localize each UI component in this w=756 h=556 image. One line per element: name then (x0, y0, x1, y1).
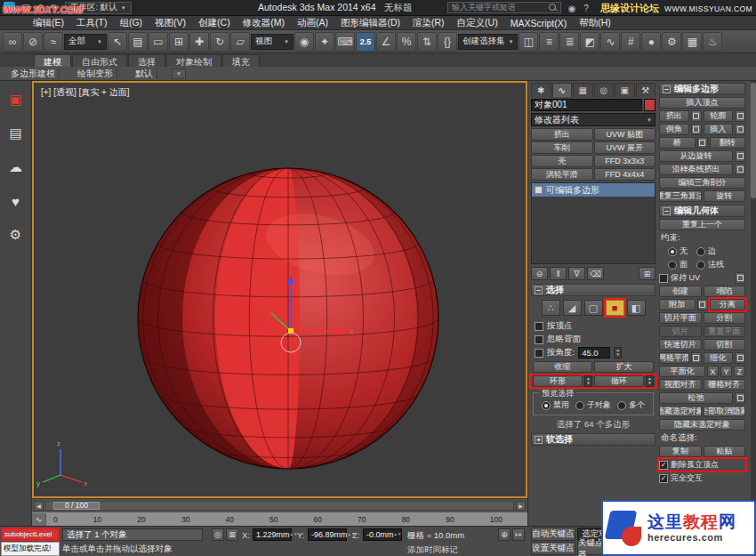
view-align-button[interactable]: 视图对齐 (659, 379, 702, 391)
unlink-selection-icon[interactable]: ⊘ (23, 32, 43, 52)
menu-item[interactable]: 工具(T) (70, 16, 113, 29)
relax-button[interactable]: 松弛 (659, 392, 733, 404)
viewport-label[interactable]: [+] [透视] [真实 + 边面] (41, 86, 129, 99)
angle-snap-icon[interactable]: ∠ (376, 32, 396, 52)
meshsmooth-button[interactable]: 网格平滑 (659, 352, 689, 364)
select-object-icon[interactable]: ↖ (108, 32, 127, 52)
menu-item[interactable]: 编辑(E) (27, 16, 70, 29)
by-angle-field[interactable]: 45.0 (578, 347, 610, 359)
selection-rollout-header[interactable]: − 选择 (531, 284, 655, 296)
display-tab[interactable]: ▣ (615, 83, 635, 97)
rendered-frame-icon[interactable]: ▦ (682, 32, 702, 52)
split-button[interactable]: 分割 (704, 312, 746, 324)
modifier-shortcut-button[interactable]: FFD 3x3x3 (594, 155, 656, 167)
make-unique-icon[interactable]: ∇ (568, 267, 585, 280)
relax-button-settings[interactable] (735, 392, 745, 404)
object-name-field[interactable]: 对象001 (531, 99, 642, 111)
object-color-swatch[interactable] (644, 99, 655, 111)
modifier-list-dropdown[interactable]: 修改器列表 ▼ (531, 113, 655, 126)
hinge-from-edge-button-settings[interactable] (735, 150, 745, 162)
reference-coordinate-dropdown[interactable]: 视图▼ (251, 34, 294, 50)
create-tab[interactable]: ✱ (531, 83, 551, 97)
spinner-snap-icon[interactable]: ⇅ (417, 32, 437, 52)
preview-disable-radio[interactable]: 禁用 (542, 399, 569, 411)
insert-vertex-button[interactable]: 插入顶点 (659, 97, 745, 109)
align-icon[interactable]: ≡ (539, 32, 559, 52)
paste-button[interactable]: 粘贴 (704, 446, 746, 457)
planar-z-button[interactable]: Z (734, 366, 745, 377)
selection-lock-toggle[interactable]: ⊠ (226, 528, 238, 541)
cut-button[interactable]: 切割 (704, 339, 746, 351)
help-icon[interactable]: ? (580, 2, 592, 14)
planar-x-button[interactable]: X (707, 366, 719, 377)
menu-item[interactable]: 渲染(R) (406, 16, 451, 29)
copy-button[interactable]: 复制 (659, 446, 702, 457)
extrude-along-spline-button[interactable]: 沿样条线挤出 (659, 164, 733, 175)
set-key-button[interactable]: 设置关键点 (531, 542, 575, 555)
menu-item[interactable]: 动画(A) (291, 16, 334, 29)
grow-button[interactable]: 扩大 (594, 361, 654, 373)
constraint-none-radio[interactable]: 无 (668, 246, 688, 257)
select-and-rotate-icon[interactable]: ↻ (210, 32, 229, 52)
edit-geometry-rollout-header[interactable]: − 编辑几何体 (659, 205, 745, 217)
modifier-shortcut-button[interactable]: UVW 展开 (594, 141, 656, 154)
border-subobject-icon[interactable]: ▢ (584, 300, 603, 316)
retriangulate-button[interactable]: 重复三角算法 (659, 190, 702, 202)
by-vertex-checkbox[interactable]: 按顶点 (531, 320, 655, 332)
ring-button[interactable]: 环形 (533, 375, 583, 387)
preserve-uv-checkbox[interactable]: 保持 UV (659, 272, 700, 284)
edit-poly-rollout-header[interactable]: − 编辑多边形 (659, 83, 745, 95)
repeat-last-button[interactable]: 重复上一个 (659, 219, 745, 230)
hierarchy-tab[interactable]: ▦ (573, 83, 593, 97)
modifier-shortcut-button[interactable]: 车削 (531, 141, 593, 154)
edit-named-selections-icon[interactable]: {} (438, 32, 457, 52)
menu-item[interactable]: 创建(C) (192, 16, 237, 29)
ribbon-tab[interactable]: 对象绘制 (166, 54, 221, 67)
maxscript-listener-result[interactable]: 模型加载完成! (1, 542, 60, 556)
sphere-object[interactable] (138, 168, 438, 469)
window-crossing-icon[interactable]: ⊞ (169, 32, 189, 52)
selection-filter-dropdown[interactable]: 全部▼ (64, 34, 107, 50)
loop-spinner[interactable] (646, 375, 654, 387)
ribbon-panel[interactable]: 绘制变形 (74, 68, 117, 80)
ribbon-tab[interactable]: 选择 (128, 54, 165, 67)
render-production-icon[interactable]: ♨ (703, 32, 722, 52)
curve-editor-icon[interactable]: ∿ (600, 32, 620, 52)
quickslice-button[interactable]: 快速切片 (659, 339, 702, 351)
keyboard-override-icon[interactable]: ⌨ (335, 32, 355, 52)
select-by-name-icon[interactable]: ▤ (128, 32, 148, 52)
outline-button-settings[interactable] (735, 110, 745, 122)
inset-button[interactable]: 插入 (704, 124, 734, 135)
layer-manager-icon[interactable]: ≣ (559, 32, 579, 52)
by-angle-spinner[interactable] (614, 347, 622, 359)
x-coord-field[interactable]: 1.229mm▲▼ (253, 528, 292, 541)
next-frame-icon[interactable]: ▶ (516, 501, 526, 511)
planar-y-button[interactable]: Y (720, 366, 732, 377)
outline-button[interactable]: 轮廓 (704, 110, 734, 122)
named-selection-sets-dropdown[interactable]: 创建选择集▼ (458, 34, 518, 50)
ribbon-tab[interactable]: 建模 (34, 54, 71, 67)
time-slider-track[interactable]: 0 / 100 (45, 501, 514, 511)
mirror-icon[interactable]: ◫ (519, 32, 538, 52)
extrude-button[interactable]: 挤出 (659, 110, 689, 122)
perspective-viewport[interactable]: [+] [透视] [真实 + 边面] (32, 81, 527, 498)
bridge-button-settings[interactable] (697, 137, 708, 149)
bind-to-space-warp-icon[interactable]: ≈ (44, 32, 63, 52)
modify-tab[interactable]: ∿ (552, 83, 573, 97)
preserve-uv-checkbox-settings[interactable] (735, 272, 745, 284)
attach-button[interactable]: 附加 (659, 299, 696, 310)
auto-key-button[interactable]: 自动关键点 (531, 528, 575, 541)
menu-item[interactable]: MAXScript(X) (504, 16, 574, 29)
remove-modifier-icon[interactable]: ⌫ (587, 267, 604, 280)
track-bar-ruler[interactable]: 0102030405060708090100 (46, 515, 527, 524)
turn-button[interactable]: 旋转 (704, 190, 746, 202)
motion-tab[interactable]: ◎ (594, 83, 615, 97)
search-input[interactable]: 输入关键字或短语 (447, 2, 561, 13)
use-pivot-center-icon[interactable]: ◉ (294, 32, 314, 52)
extrude-along-spline-button-settings[interactable] (735, 164, 745, 175)
vertex-subobject-icon[interactable]: ∴ (542, 300, 560, 316)
inset-button-settings[interactable] (735, 124, 745, 135)
create-button[interactable]: 创建 (659, 286, 702, 297)
loop-button[interactable]: 循环 (594, 375, 644, 387)
collapse-button[interactable]: 塌陷 (704, 286, 746, 297)
